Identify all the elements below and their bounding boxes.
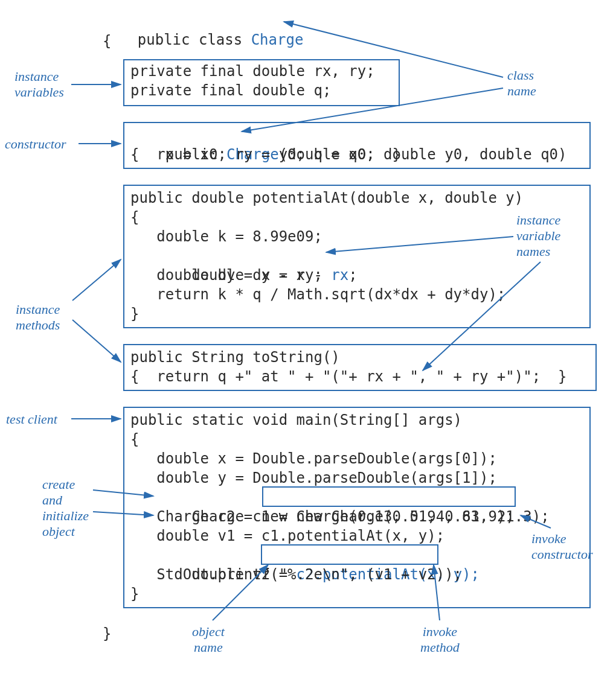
- svg-line-2: [72, 259, 121, 301]
- open-brace: {: [103, 31, 111, 51]
- c2-call-box: [261, 544, 438, 565]
- main-b2: }: [130, 584, 139, 603]
- label-invoke-method: invokemethod: [420, 624, 460, 655]
- label-constructor: constructor: [5, 136, 66, 152]
- label-instance-variables: instancevariables: [14, 69, 64, 100]
- main-b1: {: [130, 430, 139, 449]
- new-charge-box: [262, 486, 516, 507]
- label-class-name: classname: [507, 68, 536, 99]
- main-sig: public static void main(String[] args): [130, 410, 462, 430]
- main-l2: double y = Double.parseDouble(args[1]);: [130, 468, 497, 488]
- main-l7: StdOut.printf("%.2e\n", (v1 + v2));: [130, 565, 462, 584]
- main-l1: double x = Double.parseDouble(args[0]);: [130, 449, 497, 468]
- constructor-body: { rx = x0; ry = y0; q = q0; }: [130, 145, 401, 164]
- main-l5: double v1 = c1.potentialAt(x, y);: [130, 526, 444, 546]
- diagram-canvas: public class Charge { private final doub…: [0, 0, 616, 700]
- potentialat-l1: double k = 8.99e09;: [130, 227, 322, 246]
- svg-line-3: [72, 320, 121, 362]
- label-instance-methods: instancemethods: [16, 302, 60, 333]
- rx-token: rx: [331, 267, 348, 284]
- label-object-name: objectname: [192, 624, 225, 655]
- main-l4: Charge c2 = new Charge(0.13, 0.94, 81.9)…: [130, 507, 515, 526]
- potentialat-l4: return k * q / Math.sqrt(dx*dx + dy*dy);: [130, 285, 505, 304]
- ivar-line1: private final double rx, ry;: [130, 62, 375, 81]
- class-name-token: Charge: [251, 31, 304, 48]
- label-create-init: createandinitializeobject: [42, 477, 89, 539]
- potentialat-b1: {: [130, 208, 139, 227]
- potentialat-l3: double dy = y - ry;: [130, 266, 322, 285]
- ivar-line2: private final double q;: [130, 81, 331, 100]
- potentialat-sig: public double potentialAt(double x, doub…: [130, 188, 523, 208]
- label-invoke-ctor: invokeconstructor: [531, 531, 592, 562]
- tostring-body: { return q +" at " + "("+ rx + ", " + ry…: [130, 367, 566, 386]
- potentialat-b2: }: [130, 304, 139, 323]
- label-test-client: test client: [6, 412, 57, 427]
- close-brace: }: [103, 624, 111, 643]
- label-ivar-names: instancevariablenames: [516, 212, 560, 259]
- tostring-sig: public String toString(): [130, 348, 340, 367]
